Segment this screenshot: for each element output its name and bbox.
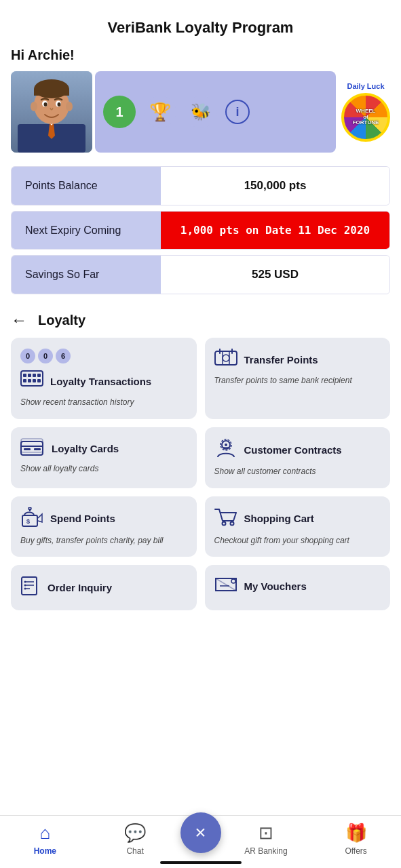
- next-expiry-value: 1,000 pts on Date 11 Dec 2020: [161, 212, 389, 249]
- customer-contracts-card[interactable]: Customer Contracts Show all customer con…: [205, 427, 391, 488]
- svg-rect-31: [34, 448, 41, 450]
- svg-rect-7: [34, 89, 69, 96]
- svg-point-8: [31, 102, 37, 111]
- order-inquiry-card[interactable]: Order Inquiry: [11, 565, 197, 610]
- svg-rect-16: [28, 374, 31, 377]
- loyalty-transactions-card[interactable]: 0 0 6 Loyalty Transactions Show: [11, 338, 197, 419]
- profile-row: 1 🏆 🐝 i Daily Luck WHEELofFORTUNE: [0, 71, 401, 163]
- savings-value: 525 USD: [161, 256, 389, 294]
- page-title: VeriBank Loyalty Program: [11, 19, 390, 37]
- svg-rect-23: [215, 351, 237, 365]
- transfer-points-header: Transfer Points: [214, 349, 318, 371]
- avatar: [11, 71, 92, 153]
- offers-icon: 🎁: [345, 823, 367, 844]
- svg-point-33: [225, 443, 227, 446]
- svg-rect-41: [22, 577, 37, 595]
- badge-6: 6: [56, 349, 71, 363]
- shopping-cart-icon: [214, 507, 237, 531]
- nav-chat-label: Chat: [126, 846, 143, 856]
- nav-ar-banking-label: AR Banking: [244, 846, 287, 856]
- shopping-cart-desc: Checkout gift from your shopping cart: [214, 535, 349, 547]
- svg-rect-17: [33, 374, 36, 377]
- my-vouchers-card[interactable]: My Vouchers: [205, 565, 391, 610]
- nav-ar-banking[interactable]: ⊡ AR Banking: [221, 823, 311, 856]
- shopping-cart-title: Shopping Cart: [244, 512, 314, 526]
- greeting: Hi Archie!: [0, 42, 401, 71]
- bottom-indicator: [160, 861, 242, 864]
- svg-rect-14: [21, 371, 43, 386]
- customer-contracts-title: Customer Contracts: [244, 443, 342, 457]
- loyalty-cards-desc: Show all loyalty cards: [20, 463, 98, 475]
- order-inquiry-header: Order Inquiry: [20, 576, 112, 599]
- svg-rect-20: [28, 379, 31, 382]
- my-vouchers-icon: [214, 576, 237, 597]
- wheel-of-fortune[interactable]: Daily Luck WHEELofFORTUNE: [341, 82, 390, 142]
- points-balance-label: Points Balance: [12, 167, 161, 205]
- spend-points-desc: Buy gifts, transfer points charity, pay …: [20, 535, 164, 547]
- svg-point-49: [231, 579, 235, 583]
- points-balance-row: Points Balance 150,000 pts: [11, 166, 390, 205]
- avatar-image: [11, 71, 92, 153]
- order-inquiry-icon: [20, 576, 41, 599]
- loyalty-transactions-header: Loyalty Transactions: [20, 370, 151, 393]
- loyalty-cards-title: Loyalty Cards: [52, 442, 119, 456]
- svg-point-39: [222, 521, 225, 525]
- badge-info[interactable]: i: [225, 100, 250, 124]
- badge-level[interactable]: 1: [103, 96, 136, 128]
- nav-offers[interactable]: 🎁 Offers: [311, 823, 401, 856]
- spend-points-title: Spend Points: [50, 512, 115, 526]
- my-vouchers-header: My Vouchers: [214, 576, 307, 597]
- chat-icon: 💬: [124, 823, 146, 844]
- svg-point-12: [44, 102, 47, 106]
- svg-rect-21: [33, 379, 36, 382]
- loyalty-cards-card[interactable]: Loyalty Cards Show all loyalty cards: [11, 427, 197, 488]
- next-expiry-label: Next Expiry Coming: [12, 212, 161, 249]
- fab-icon: ×: [195, 822, 206, 844]
- my-vouchers-title: My Vouchers: [244, 580, 307, 593]
- wheel-circle[interactable]: WHEELofFORTUNE: [341, 93, 390, 142]
- next-expiry-row: Next Expiry Coming 1,000 pts on Date 11 …: [11, 211, 390, 250]
- transfer-points-title: Transfer Points: [244, 353, 318, 367]
- spend-points-card[interactable]: $ Spend Points Buy gifts, transfer point…: [11, 496, 197, 557]
- svg-point-24: [223, 355, 229, 361]
- ar-banking-icon: ⊡: [259, 823, 273, 844]
- svg-rect-19: [23, 379, 26, 382]
- svg-rect-15: [23, 374, 26, 377]
- shopping-cart-header: Shopping Cart: [214, 507, 314, 531]
- loyalty-nav: ← Loyalty: [0, 300, 401, 335]
- home-icon: ⌂: [40, 823, 51, 844]
- loyalty-cards-icon: [20, 438, 45, 459]
- badge-bee[interactable]: 🐝: [185, 96, 217, 128]
- customer-contracts-header: Customer Contracts: [214, 438, 342, 462]
- transfer-points-icon: [214, 349, 237, 371]
- nav-home-label: Home: [34, 846, 56, 856]
- nav-home[interactable]: ⌂ Home: [0, 823, 90, 856]
- spend-points-icon: $: [20, 507, 43, 531]
- points-balance-value: 150,000 pts: [161, 167, 389, 205]
- svg-point-46: [24, 585, 26, 587]
- back-button[interactable]: ←: [11, 311, 27, 330]
- badge-trophy[interactable]: 🏆: [144, 96, 176, 128]
- badge-0a: 0: [20, 349, 35, 363]
- badge-0b: 0: [38, 349, 53, 363]
- loyalty-grid: 0 0 6 Loyalty Transactions Show: [0, 335, 401, 613]
- bottom-nav: ⌂ Home 💬 Chat × ⊡ AR Banking 🎁 Offers: [0, 815, 401, 868]
- loyalty-cards-header: Loyalty Cards: [20, 438, 119, 459]
- page-header: VeriBank Loyalty Program: [0, 0, 401, 42]
- summary-section: Points Balance 150,000 pts Next Expiry C…: [0, 163, 401, 294]
- spend-points-header: $ Spend Points: [20, 507, 115, 531]
- fab-button[interactable]: ×: [180, 812, 221, 853]
- badges-area: 1 🏆 🐝 i: [95, 71, 336, 153]
- nav-chat[interactable]: 💬 Chat: [90, 823, 180, 856]
- svg-point-40: [230, 521, 233, 525]
- loyalty-transactions-icon: [20, 370, 43, 393]
- daily-luck-label: Daily Luck: [347, 82, 384, 90]
- svg-point-9: [66, 102, 73, 111]
- transfer-points-card[interactable]: Transfer Points Transfer points to same …: [205, 338, 391, 419]
- svg-text:$: $: [26, 518, 30, 525]
- nav-offers-label: Offers: [345, 846, 366, 856]
- shopping-cart-card[interactable]: Shopping Cart Checkout gift from your sh…: [205, 496, 391, 557]
- svg-point-13: [58, 102, 61, 106]
- transaction-badges: 0 0 6: [20, 349, 71, 365]
- savings-row: Savings So Far 525 USD: [11, 255, 390, 294]
